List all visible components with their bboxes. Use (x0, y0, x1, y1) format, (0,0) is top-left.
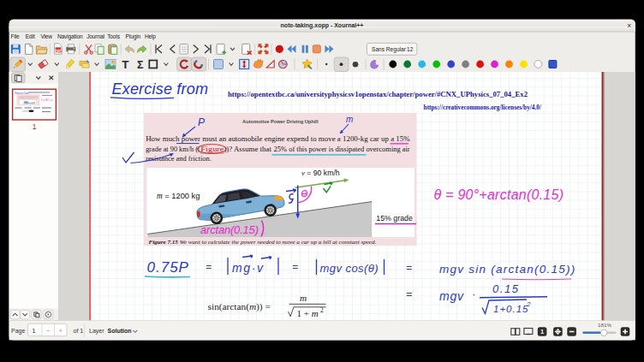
svg-text:Navigation: Navigation (57, 33, 83, 40)
svg-text:0 = 90°+a: 0 = 90°+a (41, 98, 52, 102)
svg-text:mg·v: mg·v (232, 261, 265, 275)
svg-text:1+0.15: 1+0.15 (493, 304, 529, 314)
svg-text:m = 1200 kg: m = 1200 kg (157, 192, 200, 200)
svg-text:15% grade: 15% grade (376, 214, 413, 223)
svg-text:grade at 90 km/h ((: grade at 90 km/h (( (146, 145, 200, 153)
svg-text:+: + (59, 327, 63, 335)
svg-text:Automotive Power Driving Uphil: Automotive Power Driving Uphill (242, 119, 319, 124)
svg-text:θ = 90°+arctan(0.15): θ = 90°+arctan(0.15) (434, 187, 564, 202)
svg-text:Edit: Edit (26, 33, 35, 39)
svg-text:=: = (406, 262, 412, 274)
svg-text:Σ: Σ (137, 59, 144, 71)
svg-text:))? Assume that: ))? Assume that (224, 145, 273, 153)
svg-text:m: m (300, 293, 307, 303)
svg-text:Help: Help (145, 33, 156, 40)
svg-text:25% of this power is dissipate: 25% of this power is dissipated overcomi… (274, 145, 410, 153)
svg-text:−: − (46, 327, 51, 335)
svg-text:=: = (292, 261, 298, 273)
svg-text:=: = (406, 288, 412, 300)
svg-text:of 1: of 1 (74, 328, 84, 334)
svg-text:https://creativecommons.org/li: https://creativecommons.org/licenses/by/… (424, 104, 542, 111)
svg-text:arctan(0.15): arctan(0.15) (200, 223, 259, 236)
svg-text:https://opentextbc.ca/universi: https://opentextbc.ca/universityphysicsv… (228, 91, 528, 98)
svg-text:Tools: Tools (107, 33, 120, 39)
svg-text:181%: 181% (598, 322, 611, 328)
svg-text:View: View (40, 33, 52, 39)
svg-text:sin(arctan(m)) =: sin(arctan(m)) = (208, 301, 271, 312)
svg-text:0.75P: 0.75P (147, 259, 189, 276)
svg-text:0.15: 0.15 (492, 282, 520, 295)
svg-text:PDF: PDF (56, 50, 63, 54)
svg-text:Solution: Solution (108, 328, 132, 334)
svg-text:mgv cos(θ): mgv cos(θ) (320, 262, 379, 275)
svg-text:Figure: Figure (200, 145, 224, 153)
svg-text:1 + m: 1 + m (297, 308, 319, 318)
svg-text:note-taking.xopp - Xournal++: note-taking.xopp - Xournal++ (281, 22, 364, 29)
svg-text:Exercise from: Exercise from (112, 80, 209, 98)
svg-text:mgv sin (arctan(0.15)): mgv sin (arctan(0.15)) (439, 263, 576, 276)
svg-text:1: 1 (33, 328, 36, 334)
svg-text:mgv: mgv (439, 289, 464, 303)
svg-text:=: = (206, 261, 212, 273)
svg-text:1: 1 (540, 328, 544, 335)
svg-text:P: P (198, 116, 205, 128)
svg-text:v = 90 km/h: v = 90 km/h (301, 169, 340, 177)
svg-text:resistance and friction.: resistance and friction. (146, 154, 212, 163)
svg-text:T: T (122, 58, 129, 71)
svg-text:2: 2 (526, 300, 531, 308)
svg-text:Page: Page (11, 328, 25, 335)
svg-text:Exercise from: Exercise from (15, 92, 30, 95)
svg-text:m: m (346, 115, 353, 124)
svg-text:Plugin: Plugin (126, 33, 141, 40)
svg-text:1: 1 (33, 122, 37, 131)
svg-text:Figure 7.15 We want to calcula: Figure 7.15 We want to calculate the pow… (149, 239, 377, 246)
svg-text:Sans Regular: Sans Regular (372, 46, 407, 53)
svg-text:Journal: Journal (86, 33, 104, 39)
svg-text:File: File (11, 33, 21, 39)
svg-text:×: × (627, 21, 631, 30)
svg-text:·: · (472, 288, 475, 300)
svg-text:Layer: Layer (89, 328, 104, 335)
svg-text:12: 12 (407, 46, 414, 52)
